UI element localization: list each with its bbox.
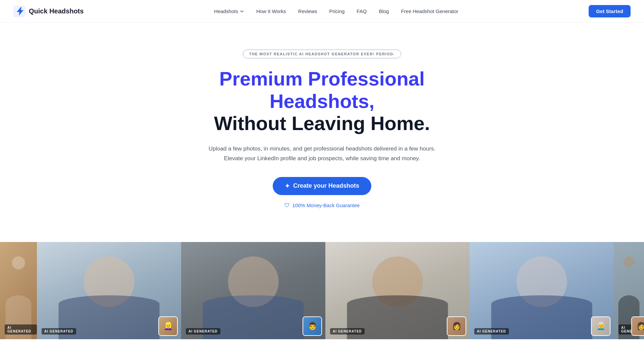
hero-title: Premium Professional Headshots, Without …: [178, 68, 466, 135]
hero-subtitle-line2: Elevate your LinkedIn profile and job pr…: [224, 155, 420, 162]
hero-section: THE MOST REALISTIC AI HEADSHOT GENERATOR…: [171, 23, 473, 222]
logo-link[interactable]: Quick Headshots: [13, 5, 84, 17]
hero-title-line1: Premium Professional Headshots,: [219, 68, 425, 112]
nav-item-faq[interactable]: FAQ: [357, 8, 367, 14]
money-back-text: 100% Money-Back Guarantee: [292, 202, 360, 208]
thumbnail-4: 👩: [447, 316, 466, 336]
nav-free-generator-link[interactable]: Free Headshot Generator: [401, 8, 458, 14]
logo-bolt-icon: [13, 5, 25, 17]
get-started-button[interactable]: Get Started: [589, 5, 631, 17]
gallery-item-4: AI GENERATED 👩: [325, 242, 470, 339]
thumbnail-6: 👩: [631, 316, 644, 336]
gallery-item-3: AI GENERATED 👨: [181, 242, 325, 339]
hero-title-line2: Without Leaving Home.: [214, 112, 430, 134]
gallery-item-1: AI GENERATED: [0, 242, 37, 339]
hero-subtitle: Upload a few photos, in minutes, and get…: [178, 144, 466, 164]
nav-item-headshots[interactable]: Headshots: [214, 8, 244, 14]
ai-badge-3: AI GENERATED: [186, 328, 220, 335]
nav-item-free-generator[interactable]: Free Headshot Generator: [401, 8, 458, 14]
shield-check-icon: 🛡: [284, 202, 290, 208]
chevron-down-icon: [239, 9, 244, 14]
nav-item-how-it-works[interactable]: How It Works: [256, 8, 286, 14]
ai-badge-2: AI GENERATED: [42, 328, 76, 335]
money-back-guarantee: 🛡 100% Money-Back Guarantee: [178, 202, 466, 208]
nav-headshots-link[interactable]: Headshots: [214, 8, 244, 14]
navbar: Quick Headshots Headshots How It Works R…: [0, 0, 644, 23]
photo-gallery: AI GENERATED AI GENERATED 👱‍♀️ AI GENERA…: [0, 242, 644, 339]
nav-item-pricing[interactable]: Pricing: [329, 8, 345, 14]
nav-how-it-works-link[interactable]: How It Works: [256, 8, 286, 14]
logo-text: Quick Headshots: [29, 7, 84, 15]
nav-item-blog[interactable]: Blog: [379, 8, 389, 14]
ai-badge-5: AI GENERATED: [474, 328, 509, 335]
create-headshots-label: Create your Headshots: [293, 182, 359, 189]
nav-faq-link[interactable]: FAQ: [357, 8, 367, 14]
nav-reviews-link[interactable]: Reviews: [298, 8, 317, 14]
nav-item-reviews[interactable]: Reviews: [298, 8, 317, 14]
gallery-item-2: AI GENERATED 👱‍♀️: [37, 242, 181, 339]
sparkle-icon: ✦: [285, 182, 290, 190]
hero-badge: THE MOST REALISTIC AI HEADSHOT GENERATOR…: [243, 50, 401, 58]
gallery-item-6: AI GENERATED 👩: [614, 242, 644, 339]
thumbnail-3: 👨: [303, 316, 322, 336]
nav-links: Headshots How It Works Reviews Pricing F…: [214, 8, 458, 14]
thumbnail-2: 👱‍♀️: [158, 316, 178, 336]
nav-blog-link[interactable]: Blog: [379, 8, 389, 14]
thumbnail-5: 👨‍🦳: [591, 316, 610, 336]
hero-subtitle-line1: Upload a few photos, in minutes, and get…: [209, 145, 436, 152]
create-headshots-button[interactable]: ✦ Create your Headshots: [273, 177, 371, 195]
ai-badge-4: AI GENERATED: [330, 328, 365, 335]
ai-badge-1: AI GENERATED: [5, 324, 37, 335]
nav-pricing-link[interactable]: Pricing: [329, 8, 345, 14]
gallery-item-5: AI GENERATED 👨‍🦳: [470, 242, 614, 339]
